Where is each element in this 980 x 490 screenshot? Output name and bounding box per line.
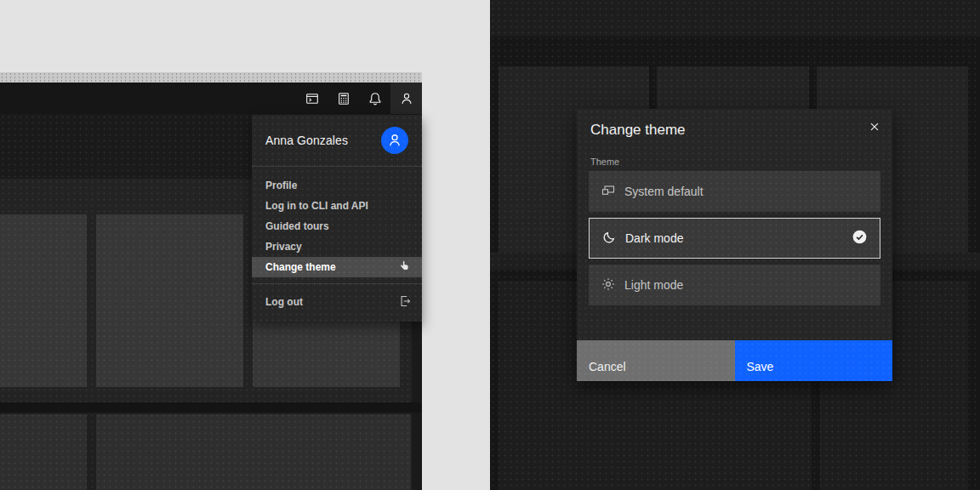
save-button[interactable]: Save: [735, 340, 893, 381]
user-menu-items: Profile Log in to CLI and API Guided tou…: [252, 167, 422, 316]
close-icon[interactable]: [862, 114, 887, 140]
menu-item-privacy[interactable]: Privacy: [252, 236, 422, 257]
change-theme-modal: Change theme Theme System default: [577, 109, 892, 381]
modal-footer: Cancel Save: [577, 340, 892, 381]
checkmark-filled-icon: [852, 230, 867, 247]
cancel-button[interactable]: Cancel: [577, 340, 735, 381]
menu-item-label: Profile: [265, 179, 297, 191]
split-theme-preview: { "left": { "header": { "icons": ["web-t…: [0, 0, 980, 490]
user-icon[interactable]: [390, 83, 422, 114]
user-name: Anna Gonzales: [265, 134, 381, 147]
user-profile-menu: Anna Gonzales Profile Log in to CLI and …: [252, 115, 422, 322]
light-mode-icon: [601, 277, 615, 293]
modal-header: Change theme: [577, 109, 892, 139]
menu-item-label: Guided tours: [265, 220, 329, 232]
dashboard-tile: [96, 214, 243, 387]
menu-item-profile[interactable]: Profile: [252, 175, 422, 196]
notifications-icon[interactable]: [359, 83, 390, 114]
dashboard-tile: [96, 414, 411, 490]
theme-options-group: System default Dark mode: [589, 171, 880, 305]
menu-divider: [252, 283, 422, 284]
menu-item-label: Log in to CLI and API: [265, 200, 368, 212]
logout-icon: [399, 295, 411, 310]
window-top-band: [0, 72, 422, 83]
theme-option-dark-mode[interactable]: Dark mode: [589, 218, 880, 259]
theme-field-label: Theme: [590, 157, 892, 167]
dashboard-tile: [0, 414, 87, 490]
system-default-icon: [601, 184, 615, 200]
theme-option-label: System default: [624, 185, 704, 198]
dashboard-tile: [0, 214, 87, 387]
web-terminal-icon[interactable]: [296, 83, 328, 114]
menu-item-guided-tours[interactable]: Guided tours: [252, 216, 422, 236]
modal-title: Change theme: [590, 122, 879, 139]
dark-page-header: [490, 0, 980, 37]
dark-mode-icon: [602, 231, 616, 247]
user-menu-header: Anna Gonzales: [252, 115, 422, 167]
menu-item-label: Log out: [265, 296, 303, 308]
theme-option-label: Dark mode: [625, 231, 683, 245]
calculator-icon[interactable]: [328, 83, 359, 114]
menu-item-change-theme[interactable]: Change theme: [252, 257, 422, 277]
theme-option-light-mode[interactable]: Light mode: [589, 265, 880, 305]
menu-item-label: Change theme: [265, 261, 336, 273]
app-header-bar: [0, 83, 422, 114]
menu-item-log-out[interactable]: Log out: [252, 288, 422, 316]
user-avatar-icon: [381, 127, 408, 154]
section-gap: [0, 402, 422, 413]
hand-pointer-icon: [399, 260, 410, 275]
theme-option-system-default[interactable]: System default: [589, 171, 880, 212]
menu-item-login-cli-api[interactable]: Log in to CLI and API: [252, 196, 422, 216]
menu-item-label: Privacy: [265, 241, 302, 253]
theme-option-label: Light mode: [624, 278, 683, 292]
dashboard-section: [0, 413, 412, 490]
